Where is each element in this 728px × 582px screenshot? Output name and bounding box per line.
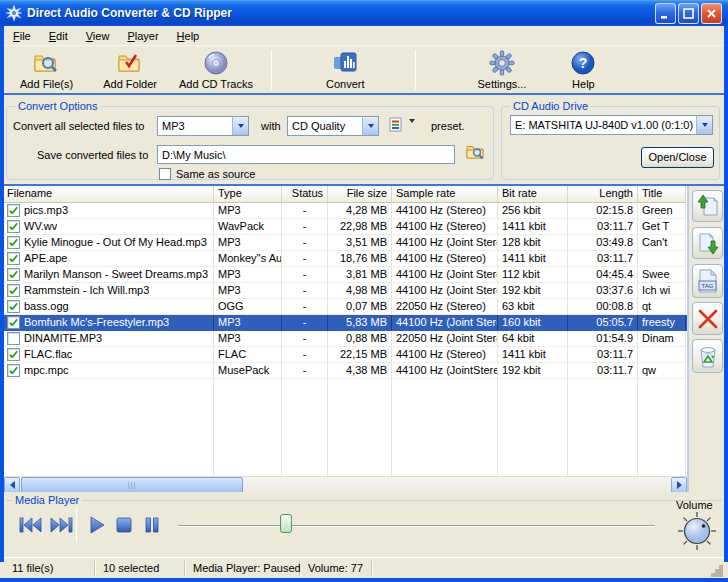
recycle-bin-button[interactable] <box>692 339 723 373</box>
close-button[interactable] <box>701 3 722 24</box>
save-to-label: Save converted files to <box>37 149 148 161</box>
table-row[interactable]: Bomfunk Mc's-Freestyler.mp3MP3-5,83 MB44… <box>4 315 687 331</box>
pause-button[interactable] <box>144 514 160 536</box>
open-close-button[interactable]: Open/Close <box>641 147 714 168</box>
menu-view[interactable]: View <box>77 28 119 44</box>
cell-title: Get T <box>638 219 686 235</box>
svg-text:?: ? <box>579 55 588 71</box>
window-title: Direct Audio Converter & CD Ripper <box>27 6 653 20</box>
settings-button[interactable]: Settings... <box>470 48 535 92</box>
status-selected-count: 10 selected <box>95 561 185 576</box>
table-row[interactable]: mpc.mpcMusePack-4,38 MB44100 Hz (JointSt… <box>4 363 687 379</box>
cell-type: WavPack <box>214 219 282 235</box>
help-button[interactable]: ? Help <box>562 48 604 92</box>
cell-status: - <box>282 235 328 251</box>
row-checkbox[interactable] <box>7 252 20 265</box>
cell-filename: DINAMITE.MP3 <box>4 331 214 347</box>
cell-length: 03:11.7 <box>568 363 638 379</box>
seek-track[interactable] <box>178 525 655 527</box>
cell-title: Green <box>638 203 686 219</box>
add-files-button[interactable]: Add File(s) <box>12 48 81 92</box>
file-table-empty-area <box>4 379 687 476</box>
chevron-down-icon[interactable] <box>696 116 712 134</box>
scroll-left-arrow-icon[interactable] <box>4 477 20 492</box>
column-header-title[interactable]: Title <box>638 186 686 203</box>
move-up-button[interactable] <box>692 190 723 222</box>
row-checkbox[interactable] <box>7 348 20 361</box>
tag-editor-button[interactable]: TAG <box>692 264 723 298</box>
chevron-down-icon[interactable] <box>362 117 378 135</box>
status-bar: 11 file(s) 10 selected Media Player: Pau… <box>4 557 724 578</box>
row-checkbox[interactable] <box>7 316 20 329</box>
svg-text:TAG: TAG <box>701 283 713 289</box>
add-folder-button[interactable]: Add Folder <box>95 48 165 92</box>
chevron-down-icon[interactable] <box>232 117 248 135</box>
scroll-right-arrow-icon[interactable] <box>671 477 687 492</box>
table-row[interactable]: Marilyn Manson - Sweet Dreams.mp3MP3-3,8… <box>4 267 687 283</box>
cell-title: Swee <box>638 267 686 283</box>
cd-drive-combobox[interactable]: E: MATSHITA UJ-840D v1.00 (0:1:0) <box>510 115 713 135</box>
table-row[interactable]: Kylie Minogue - Out Of My Head.mp3MP3-3,… <box>4 235 687 251</box>
table-row[interactable]: pics.mp3MP3-4,28 MB44100 Hz (Stereo)256 … <box>4 203 687 219</box>
maximize-button[interactable] <box>678 3 699 24</box>
row-checkbox[interactable] <box>7 284 20 297</box>
same-as-source-checkbox[interactable] <box>159 168 171 180</box>
convert-to-label: Convert all selected files to <box>13 120 144 132</box>
table-row[interactable]: Rammstein - Ich Will.mp3MP3-4,98 MB44100… <box>4 283 687 299</box>
seek-thumb[interactable] <box>280 514 292 533</box>
menu-edit[interactable]: Edit <box>40 28 77 44</box>
settings-label: Settings... <box>478 78 527 90</box>
column-header-bitrate[interactable]: Bit rate <box>498 186 568 203</box>
browse-folder-icon[interactable] <box>466 143 486 163</box>
column-header-filename[interactable]: Filename <box>4 186 214 203</box>
volume-knob[interactable] <box>676 510 718 554</box>
preset-list-icon[interactable] <box>389 117 402 134</box>
row-checkbox[interactable] <box>7 204 20 217</box>
table-row[interactable]: WV.wvWavPack-22,98 MB44100 Hz (Stereo)14… <box>4 219 687 235</box>
table-row[interactable]: FLAC.flacFLAC-22,15 MB44100 Hz (Stereo)1… <box>4 347 687 363</box>
quality-combobox[interactable]: CD Quality <box>287 116 379 136</box>
row-checkbox[interactable] <box>7 300 20 313</box>
format-combobox[interactable]: MP3 <box>157 116 249 136</box>
cell-status: - <box>282 315 328 331</box>
empty-column <box>498 379 568 476</box>
row-checkbox[interactable] <box>7 364 20 377</box>
minimize-button[interactable] <box>655 3 676 24</box>
status-volume: Volume: 77 <box>300 561 372 576</box>
status-file-count: 11 file(s) <box>4 561 95 576</box>
empty-column <box>4 379 214 476</box>
remove-x-icon <box>696 307 720 331</box>
menu-help[interactable]: Help <box>168 28 209 44</box>
column-header-length[interactable]: Length <box>568 186 638 203</box>
row-checkbox[interactable] <box>7 332 20 345</box>
play-button[interactable] <box>88 514 106 536</box>
cell-length: 01:54.9 <box>568 331 638 347</box>
row-checkbox[interactable] <box>7 268 20 281</box>
add-cd-tracks-button[interactable]: Add CD Tracks <box>171 48 261 92</box>
column-header-type[interactable]: Type <box>214 186 282 203</box>
previous-track-button[interactable] <box>18 514 44 536</box>
divider-line <box>4 93 724 95</box>
menu-player[interactable]: Player <box>118 28 167 44</box>
scrollbar-thumb[interactable] <box>21 477 243 492</box>
pause-icon <box>144 514 160 536</box>
row-checkbox[interactable] <box>7 236 20 249</box>
save-path-input[interactable] <box>157 145 455 164</box>
resize-grip[interactable] <box>719 573 723 577</box>
stop-button[interactable] <box>115 514 133 536</box>
horizontal-scrollbar[interactable] <box>4 476 687 492</box>
table-row[interactable]: bass.oggOGG-0,07 MB22050 Hz (Stereo)63 k… <box>4 299 687 315</box>
remove-button[interactable] <box>692 302 723 335</box>
row-checkbox[interactable] <box>7 220 20 233</box>
table-row[interactable]: APE.apeMonkey''s Audio-18,76 MB44100 Hz … <box>4 251 687 267</box>
table-row[interactable]: DINAMITE.MP3MP3-0,88 MB22050 Hz (Joint S… <box>4 331 687 347</box>
cell-sample: 44100 Hz (Stereo) <box>392 251 498 267</box>
column-header-size[interactable]: File size <box>328 186 392 203</box>
convert-button[interactable]: Convert <box>318 48 373 92</box>
next-track-button[interactable] <box>48 514 74 536</box>
menu-file[interactable]: File <box>4 28 40 44</box>
move-down-button[interactable] <box>692 227 723 259</box>
column-header-status[interactable]: Status <box>282 186 328 203</box>
preset-dropdown-arrow[interactable] <box>409 123 415 135</box>
column-header-sample[interactable]: Sample rate <box>392 186 498 203</box>
